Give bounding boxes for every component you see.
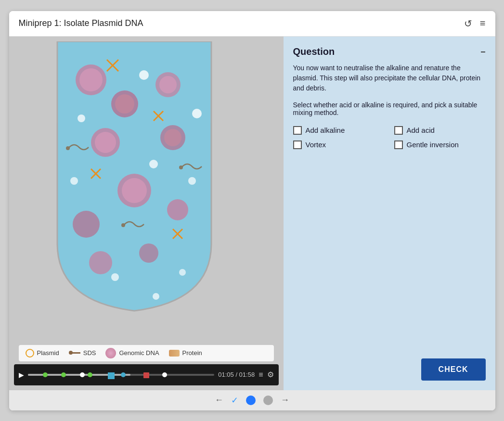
checkbox-gentle-inversion[interactable] [394, 140, 403, 149]
back-arrow[interactable]: ← [215, 395, 223, 405]
svg-point-34 [179, 166, 183, 169]
legend-bar: Plasmid SDS Genomic DNA [19, 345, 274, 361]
protein-icon [169, 350, 180, 357]
genomic-icon [105, 348, 116, 358]
simulation-panel: Plasmid SDS Genomic DNA [9, 37, 284, 390]
reset-icon[interactable]: ↺ [464, 18, 472, 29]
check-button[interactable]: CHECK [421, 358, 486, 381]
option-add-alkaline[interactable]: Add alkaline [293, 126, 385, 135]
timeline-dot-6 [162, 372, 167, 377]
legend-plasmid: Plasmid [26, 349, 59, 357]
legend-plasmid-label: Plasmid [37, 349, 59, 357]
check-button-row: CHECK [421, 358, 486, 381]
svg-point-15 [89, 251, 112, 274]
label-add-acid: Add acid [407, 126, 435, 134]
label-gentle-inversion: Gentle inversion [407, 140, 459, 149]
question-title: Question [293, 46, 335, 57]
timeline-dot-4 [88, 372, 92, 377]
legend-genomic-label: Genomic DNA [119, 349, 159, 357]
legend-protein: Protein [169, 349, 202, 357]
legend-sds-label: SDS [83, 349, 96, 357]
question-panel: Question – You now want to neutralise th… [284, 37, 495, 390]
svg-point-22 [111, 273, 119, 281]
timeline-dot-3 [80, 372, 85, 377]
nav-checkmark[interactable]: ✓ [231, 395, 238, 406]
svg-point-9 [164, 129, 181, 146]
play-button[interactable]: ▶ [19, 371, 24, 379]
svg-point-14 [139, 243, 158, 263]
legend-sds: SDS [69, 349, 96, 357]
svg-point-23 [179, 269, 186, 276]
svg-point-21 [188, 177, 196, 185]
svg-point-20 [70, 177, 78, 185]
svg-point-7 [95, 132, 116, 153]
main-content: Plasmid SDS Genomic DNA [9, 37, 495, 390]
timeline-gear-icon[interactable]: ⚙ [267, 370, 274, 379]
svg-point-35 [121, 223, 125, 227]
tube-container [28, 41, 240, 320]
svg-point-13 [167, 199, 188, 220]
label-vortex: Vortex [306, 140, 326, 149]
sds-icon [69, 350, 80, 357]
nav-row: ← ✓ → [9, 390, 495, 410]
app-container: Miniprep 1: Isolate Plasmid DNA ↺ ≡ [9, 11, 495, 410]
legend-protein-label: Protein [182, 349, 202, 357]
question-instruction: Select whether acid or alkaline is requi… [293, 101, 486, 116]
timeline-bar: ▶ 01:05 / 01:58 ≡ [14, 364, 279, 385]
svg-point-3 [115, 94, 134, 114]
plasmid-icon [26, 349, 34, 357]
option-vortex[interactable]: Vortex [293, 140, 385, 149]
app-title: Miniprep 1: Isolate Plasmid DNA [19, 18, 143, 28]
title-icons: ↺ ≡ [464, 18, 486, 29]
forward-arrow[interactable]: → [281, 395, 289, 405]
label-add-alkaline: Add alkaline [306, 126, 345, 134]
timeline-dot-1 [43, 372, 48, 377]
timeline-dot-teal2 [121, 372, 126, 377]
svg-point-1 [79, 68, 103, 91]
timeline-dot-2 [61, 372, 66, 377]
option-gentle-inversion[interactable]: Gentle inversion [394, 140, 486, 149]
minimize-button[interactable]: – [480, 47, 485, 56]
timeline-dot-red [143, 372, 149, 378]
svg-point-12 [73, 211, 100, 238]
time-display: 01:05 / 01:58 [218, 371, 255, 378]
question-body: You now want to neutralise the alkaline … [293, 63, 486, 93]
svg-point-5 [159, 76, 177, 93]
nav-current-dot[interactable] [246, 395, 256, 405]
legend-genomic: Genomic DNA [105, 348, 159, 358]
checkbox-add-alkaline[interactable] [293, 126, 302, 135]
svg-point-19 [149, 160, 158, 168]
svg-point-18 [192, 109, 202, 118]
progress-track[interactable] [28, 374, 215, 376]
sim-inner: Plasmid SDS Genomic DNA [9, 37, 284, 390]
svg-point-11 [122, 178, 147, 203]
svg-point-33 [66, 146, 70, 150]
options-grid: Add alkaline Add acid Vortex Gentle inve… [293, 126, 486, 149]
checkbox-vortex[interactable] [293, 140, 302, 149]
timeline-menu-icon[interactable]: ≡ [258, 370, 263, 379]
checkbox-add-acid[interactable] [394, 126, 403, 135]
question-header: Question – [293, 46, 486, 57]
menu-icon[interactable]: ≡ [480, 18, 486, 29]
svg-point-24 [153, 293, 159, 300]
nav-next-dot[interactable] [263, 395, 273, 405]
svg-point-17 [78, 115, 85, 122]
svg-point-16 [139, 70, 149, 80]
title-bar: Miniprep 1: Isolate Plasmid DNA ↺ ≡ [9, 11, 495, 37]
timeline-dot-teal [108, 372, 115, 379]
option-add-acid[interactable]: Add acid [394, 126, 486, 135]
